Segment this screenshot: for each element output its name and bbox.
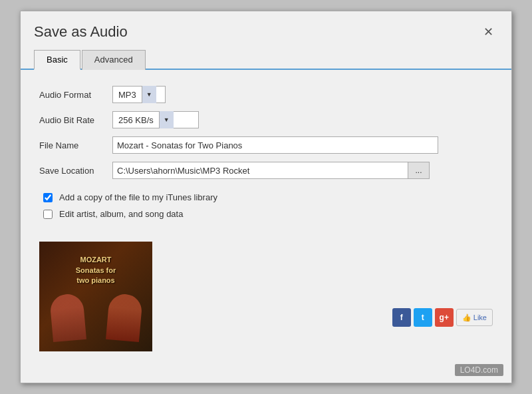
saveloc-input[interactable]	[112, 162, 408, 179]
tabs-container: Basic Advanced	[21, 49, 511, 70]
saveloc-label: Save Location	[39, 166, 112, 176]
filename-input[interactable]	[112, 136, 438, 154]
audio-format-row: Audio Format MP3 ▼	[39, 86, 493, 103]
like-button[interactable]: 👍 Like	[456, 309, 493, 326]
twitter-button[interactable]: t	[414, 308, 432, 327]
dialog-title: Save as Audio	[34, 23, 128, 41]
tab-basic[interactable]: Basic	[34, 50, 80, 70]
audio-bitrate-value: 256 KB/s	[113, 114, 159, 126]
figure-left	[49, 293, 86, 342]
facebook-button[interactable]: f	[392, 308, 411, 327]
audio-bitrate-dropdown[interactable]: 256 KB/s ▼	[112, 111, 199, 128]
audio-bitrate-label: Audio Bit Rate	[39, 115, 112, 125]
saveloc-row: Save Location ...	[39, 162, 493, 179]
audio-format-value: MP3	[113, 89, 142, 101]
tab-advanced[interactable]: Advanced	[82, 50, 146, 70]
form-content: Audio Format MP3 ▼ Audio Bit Rate 256 KB…	[21, 81, 511, 236]
save-as-audio-dialog: Save as Audio ✕ Basic Advanced Audio For…	[20, 11, 512, 383]
audio-format-label: Audio Format	[39, 90, 112, 100]
filename-label: File Name	[39, 140, 112, 150]
audio-format-arrow[interactable]: ▼	[142, 86, 156, 103]
album-figures	[39, 294, 152, 341]
audio-format-dropdown[interactable]: MP3 ▼	[112, 86, 166, 103]
browse-button[interactable]: ...	[408, 162, 430, 179]
edit-data-checkbox[interactable]	[43, 210, 53, 219]
album-art: MOZART Sonatas for two pianos	[39, 242, 152, 351]
social-buttons: f t g+ 👍 Like	[392, 308, 493, 327]
title-bar: Save as Audio ✕	[21, 11, 511, 49]
googleplus-button[interactable]: g+	[435, 308, 454, 327]
itunes-label[interactable]: Add a copy of the file to my iTunes libr…	[59, 192, 217, 202]
checkbox1-row: Add a copy of the file to my iTunes libr…	[39, 192, 493, 202]
itunes-checkbox[interactable]	[43, 193, 53, 202]
audio-bitrate-row: Audio Bit Rate 256 KB/s ▼	[39, 111, 493, 128]
figure-right	[106, 293, 143, 342]
watermark: LO4D.com	[455, 364, 503, 376]
album-art-inner: MOZART Sonatas for two pianos	[39, 242, 152, 351]
social-section: f t g+ 👍 Like	[166, 242, 493, 327]
checkbox2-row: Edit artist, album, and song data	[39, 209, 493, 219]
edit-data-label[interactable]: Edit artist, album, and song data	[59, 209, 183, 219]
album-title-text: MOZART Sonatas for two pianos	[73, 252, 119, 288]
bottom-section: MOZART Sonatas for two pianos f t g+ 👍 L…	[21, 236, 511, 357]
audio-bitrate-arrow[interactable]: ▼	[159, 111, 174, 128]
filename-row: File Name	[39, 136, 493, 154]
close-button[interactable]: ✕	[478, 22, 498, 42]
